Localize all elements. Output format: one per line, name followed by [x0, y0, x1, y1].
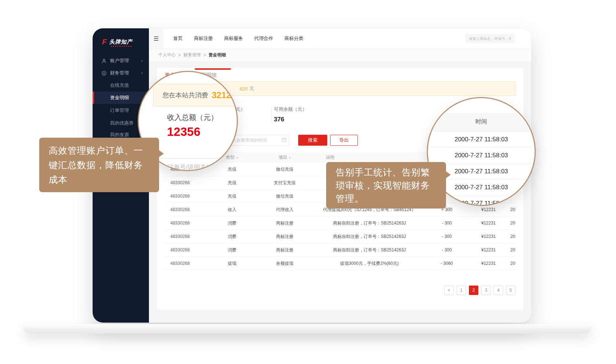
- cell-amount: - 3060: [427, 261, 467, 266]
- cell-type: 提现: [207, 260, 258, 267]
- header-desc: 说明: [312, 154, 427, 161]
- cell-type: 消费: [207, 247, 258, 253]
- sidebar-item-finance[interactable]: 财务管理 ∧: [93, 68, 149, 78]
- callout-left: 高效管理账户订单、一键汇总数据，降低财务成本: [39, 138, 159, 192]
- finance-icon: [101, 70, 107, 76]
- callout-arrow-icon: [159, 150, 164, 157]
- stat-divider: [271, 107, 272, 124]
- cell-amount: - 300: [427, 247, 467, 252]
- magnified-banner: 您在本站共消费 32124: [153, 84, 238, 106]
- nav-item-agency-coop[interactable]: 代理合作: [254, 35, 273, 42]
- cell-balance: ¥12231: [467, 221, 510, 226]
- active-tab-indicator: [195, 68, 231, 70]
- cell-project: 余额提现: [258, 260, 312, 267]
- cell-project: 商标注册: [258, 247, 312, 253]
- sidebar-item-label: 我的优惠券: [110, 120, 134, 126]
- callout-right-text: 告别手工统计、告别繁琐审核，实现智能财务管理。: [336, 167, 430, 203]
- header-project[interactable]: 项目∨: [258, 154, 312, 161]
- trademark-search-input[interactable]: [465, 34, 515, 43]
- stat-label: 可用余额（元）: [274, 106, 307, 113]
- menu-toggle-button[interactable]: ☰: [149, 28, 163, 49]
- export-button[interactable]: 导出: [330, 135, 358, 146]
- cell-order: 48330268: [165, 261, 207, 266]
- sort-caret-icon: ∨: [289, 156, 291, 159]
- nav-item-home[interactable]: 首页: [173, 35, 183, 42]
- pagination: < 1 2 3 4 5: [444, 286, 515, 295]
- brand-name: 头牌知产: [109, 39, 133, 45]
- nav-item-trademark-service[interactable]: 商标服务: [224, 35, 243, 42]
- cell-type: 充值: [207, 180, 258, 186]
- top-nav-links: 首页 商标注册 商标服务 代理合作 商标分类: [173, 35, 303, 42]
- cell-order: 48330268: [165, 221, 207, 226]
- magnified-time-row: 2000-7-27 11:58:03: [430, 132, 532, 147]
- magnified-time-header: 时间: [427, 113, 536, 132]
- stat-balance: 可用余额（元） 376: [274, 106, 307, 123]
- chevron-down-icon: ∨: [141, 59, 143, 62]
- header-label: 项目: [279, 155, 287, 160]
- page-button-3[interactable]: 3: [481, 286, 491, 295]
- cell-balance: ¥12231: [467, 207, 510, 212]
- brand-logo[interactable]: F 头牌知产: [102, 37, 133, 46]
- sidebar-item-online-recharge[interactable]: 在线充值: [93, 80, 149, 90]
- cell-project: 商标注册: [258, 234, 312, 240]
- sidebar-item-funds-detail[interactable]: 资金明细: [93, 92, 149, 104]
- breadcrumb-current: 资金明细: [208, 52, 226, 58]
- brand-logo-icon: F: [102, 37, 107, 46]
- cell-amount: - 300: [427, 234, 467, 239]
- page-button-4[interactable]: 4: [494, 286, 503, 295]
- table-row[interactable]: 48330268 提现 余额提现 提现3000元，手续费2%(60元) - 30…: [165, 257, 515, 270]
- cell-balance: ¥12231: [467, 247, 510, 252]
- magnified-stat-value: 12356: [167, 125, 200, 139]
- cell-balance: ¥12231: [467, 234, 510, 239]
- table-row[interactable]: 48330268 消费 商标注册 商标自助注册，订单号：SB2514263J -…: [165, 243, 515, 257]
- table-row[interactable]: 48330268 消费 商标注册 商标自助注册，订单号：SB2514263J -…: [165, 217, 515, 230]
- cell-order: 48330268: [165, 234, 207, 239]
- cell-type: 消费: [207, 234, 258, 240]
- brand-tagline-decor: [111, 46, 132, 47]
- cell-desc: 商标自助注册，订单号：SB2514263J: [312, 247, 427, 253]
- page-button-5[interactable]: 5: [506, 286, 515, 295]
- cell-project: 代理收入: [258, 207, 312, 213]
- nav-item-trademark-register[interactable]: 商标注册: [194, 35, 213, 42]
- cell-desc: 提现3000元，手续费2%(60元): [312, 260, 427, 267]
- cell-desc: 商标自助注册，订单号：SB2514263J: [312, 234, 427, 240]
- sidebar-item-label: 财务管理: [110, 70, 129, 76]
- table-row[interactable]: 48330268 消费 商标注册 商标自助注册，订单号：SB2514263J -…: [165, 230, 515, 243]
- sidebar-item-label: 订单管理: [110, 107, 129, 114]
- sidebar-item-label: 在线充值: [110, 82, 129, 89]
- sidebar-item-account[interactable]: 账户管理 ∨: [93, 56, 149, 66]
- sort-caret-icon: ∨: [236, 156, 239, 159]
- cell-desc: 商标自助注册，订单号：SB2514263J: [312, 220, 427, 226]
- page-button-1[interactable]: 1: [457, 286, 466, 295]
- magnified-stat-label: 收入总额（元）: [167, 113, 218, 122]
- hamburger-icon: ☰: [154, 35, 159, 42]
- cell-time: 2000-7-27 11:58:03: [510, 261, 515, 266]
- prev-page-button[interactable]: <: [444, 286, 454, 295]
- cell-time: 2000-7-27 11:58:03: [510, 234, 515, 239]
- header-label: 类型: [226, 155, 235, 160]
- page: F 头牌知产 账户管理 ∨ 财务管理 ∧ 在线充值 资金明细 订单管理: [0, 0, 616, 364]
- cell-balance: ¥12231: [467, 261, 510, 266]
- magnified-banner-prefix: 您在本站共消费: [162, 91, 208, 100]
- cell-order: 48330268: [165, 180, 207, 185]
- cell-time: 2000-7-27 11:58:03: [510, 247, 515, 252]
- chevron-up-icon: ∧: [141, 71, 143, 75]
- breadcrumb-separator: >: [203, 53, 206, 58]
- callout-left-text: 高效管理账户订单、一键汇总数据，降低财务成本: [49, 145, 143, 185]
- cell-type: 收入: [207, 207, 258, 213]
- stat-value: 376: [274, 116, 307, 123]
- page-button-2[interactable]: 2: [469, 286, 478, 295]
- search-button[interactable]: 搜索: [298, 135, 327, 146]
- sidebar-item-label: 账户管理: [110, 57, 129, 64]
- magnified-time-row: 2000-7-27 11:58:03: [430, 147, 532, 163]
- cell-time: 2000-7-27 11:58:03: [510, 221, 515, 226]
- sidebar-item-label: 资金明细: [110, 94, 129, 101]
- callout-right: 告别手工统计、告别繁琐审核，实现智能财务管理。: [326, 162, 446, 209]
- laptop-base: [23, 324, 592, 333]
- cell-time: 2000-7-27 11:58:03: [510, 207, 515, 212]
- banner-amount-tail: 820: [240, 86, 248, 92]
- breadcrumb-item[interactable]: 财务管理: [183, 52, 201, 58]
- breadcrumb-item[interactable]: 个人中心: [158, 52, 176, 58]
- callout-arrow-icon: [446, 171, 451, 178]
- nav-item-trademark-category[interactable]: 商标分类: [284, 35, 303, 42]
